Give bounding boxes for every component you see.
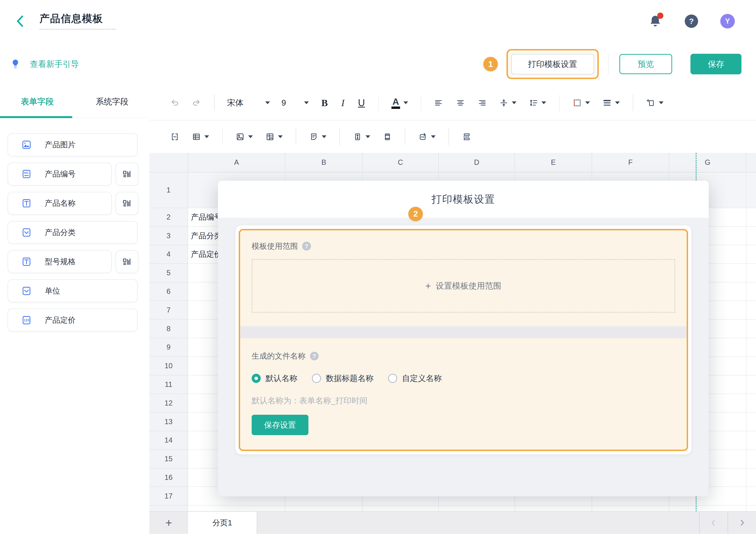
- note-icon[interactable]: [309, 132, 326, 141]
- save-settings-button[interactable]: 保存设置: [252, 415, 309, 435]
- field-pill[interactable]: NO.产品编号: [8, 163, 112, 186]
- field-action-button[interactable]: [116, 163, 139, 186]
- template-scope-section: 模板使用范围 ? +设置模板使用范围: [240, 230, 687, 313]
- borders-icon[interactable]: [573, 98, 590, 108]
- chevron-right-icon: [737, 518, 747, 527]
- back-button[interactable]: [14, 15, 27, 27]
- frame-icon[interactable]: [383, 132, 392, 141]
- dropdown-caret-icon: [615, 101, 620, 104]
- table-icon[interactable]: [192, 132, 209, 141]
- set-template-scope-button[interactable]: +设置模板使用范围: [252, 259, 675, 313]
- row-header-14[interactable]: 14: [149, 431, 188, 450]
- dropdown-caret-icon: [278, 135, 283, 138]
- filename-help-icon[interactable]: ?: [310, 352, 319, 360]
- grid-cell-partial: [746, 469, 756, 487]
- row-header-15[interactable]: 15: [149, 450, 188, 469]
- align-right-icon[interactable]: [477, 98, 487, 108]
- undo-icon[interactable]: [170, 98, 179, 108]
- row-header-16[interactable]: 16: [149, 469, 188, 487]
- radio-默认名称[interactable]: 默认名称: [252, 373, 297, 384]
- align-center-icon[interactable]: [456, 98, 465, 108]
- save-button[interactable]: 保存: [690, 54, 742, 74]
- row-header-9[interactable]: 9: [149, 338, 188, 357]
- row-header-11[interactable]: 11: [149, 375, 188, 394]
- highlighted-panel: 模板使用范围 ? +设置模板使用范围 生成的文件名称 ?: [239, 229, 688, 451]
- field-pill[interactable]: 产品名称: [8, 192, 112, 215]
- fill-lines-icon[interactable]: [603, 98, 620, 108]
- row-height-icon[interactable]: [353, 132, 370, 141]
- image-grid-icon[interactable]: [265, 132, 283, 141]
- row-header-1[interactable]: 1: [149, 172, 188, 208]
- row-header-13[interactable]: 13: [149, 413, 188, 431]
- page-rotate-icon[interactable]: [418, 132, 436, 141]
- grid-cell-E18[interactable]: [515, 506, 592, 512]
- column-header-G[interactable]: G: [669, 153, 746, 172]
- grid-cell-partial: [746, 264, 756, 283]
- avatar[interactable]: Y: [720, 14, 735, 28]
- field-pill[interactable]: 123产品定价: [8, 309, 138, 332]
- row-header-6[interactable]: 6: [149, 283, 188, 301]
- row-header-18[interactable]: 18: [149, 506, 188, 512]
- grid-cell-F18[interactable]: [592, 506, 669, 512]
- sheet-tab[interactable]: 分页1: [188, 512, 256, 534]
- grid-cell-B18[interactable]: [285, 506, 363, 512]
- field-pill[interactable]: 单位: [8, 279, 138, 302]
- column-header-F[interactable]: F: [592, 153, 669, 172]
- grid-cell-A18[interactable]: [188, 506, 285, 512]
- print-template-settings-button[interactable]: 打印模板设置: [511, 54, 594, 74]
- row-header-3[interactable]: 3: [149, 227, 188, 245]
- field-pill[interactable]: 产品图片: [8, 133, 138, 156]
- bold-icon[interactable]: B: [321, 97, 328, 109]
- toolbar-divider: [214, 95, 214, 111]
- column-header-A[interactable]: A: [188, 153, 285, 172]
- tab-system-fields[interactable]: 系统字段: [75, 86, 149, 117]
- field-pill[interactable]: 型号规格: [8, 250, 112, 273]
- font-color-icon[interactable]: A: [392, 97, 408, 109]
- insert-cell-icon[interactable]: [646, 98, 663, 108]
- radio-数据标题名称[interactable]: 数据标题名称: [312, 373, 374, 384]
- row-header-8[interactable]: 8: [149, 319, 188, 338]
- tab-form-fields[interactable]: 表单字段: [0, 86, 75, 117]
- corner-cell[interactable]: [149, 153, 188, 172]
- insert-image-icon[interactable]: [235, 132, 253, 141]
- header-right: ? Y: [648, 14, 735, 28]
- radio-unselected-icon: [312, 374, 321, 383]
- font-size-select[interactable]: 9: [282, 98, 309, 108]
- line-spacing-icon[interactable]: [529, 98, 546, 108]
- column-header-D[interactable]: D: [439, 153, 515, 172]
- row-header-12[interactable]: 12: [149, 394, 188, 413]
- redo-icon[interactable]: [192, 98, 201, 108]
- preview-button[interactable]: 预览: [619, 54, 672, 74]
- radio-自定义名称[interactable]: 自定义名称: [388, 373, 442, 384]
- field-action-button[interactable]: [116, 192, 139, 215]
- grid-cell-D18[interactable]: [439, 506, 515, 512]
- font-color-glyph: A: [392, 97, 400, 109]
- row-header-5[interactable]: 5: [149, 264, 188, 283]
- scope-help-icon[interactable]: ?: [302, 242, 311, 250]
- sheet-next-button[interactable]: [728, 512, 756, 534]
- field-pill[interactable]: 产品分类: [8, 221, 138, 244]
- row-header-4[interactable]: 4: [149, 245, 188, 264]
- sheet-prev-button[interactable]: [700, 512, 728, 534]
- page-break-icon[interactable]: [462, 132, 471, 141]
- row-header-7[interactable]: 7: [149, 301, 188, 319]
- align-left-icon[interactable]: [434, 98, 443, 108]
- column-header-B[interactable]: B: [285, 153, 363, 172]
- font-family-select[interactable]: 宋体: [227, 97, 270, 108]
- newbie-guide-link[interactable]: 查看新手引导: [10, 58, 79, 70]
- add-sheet-button[interactable]: +: [149, 512, 188, 534]
- row-header-17[interactable]: 17: [149, 487, 188, 506]
- help-icon[interactable]: ?: [685, 14, 698, 28]
- field-action-button[interactable]: [116, 250, 139, 273]
- italic-icon[interactable]: I: [341, 97, 344, 109]
- merge-cells-icon[interactable]: [170, 132, 179, 141]
- grid-cell-G18[interactable]: [669, 506, 746, 512]
- row-header-2[interactable]: 2: [149, 208, 188, 227]
- grid-cell-C18[interactable]: [363, 506, 439, 512]
- row-header-10[interactable]: 10: [149, 357, 188, 375]
- underline-icon[interactable]: U: [358, 97, 365, 108]
- notification-bell-icon[interactable]: [648, 14, 662, 28]
- column-header-E[interactable]: E: [515, 153, 592, 172]
- vertical-align-icon[interactable]: [499, 98, 517, 108]
- column-header-C[interactable]: C: [363, 153, 439, 172]
